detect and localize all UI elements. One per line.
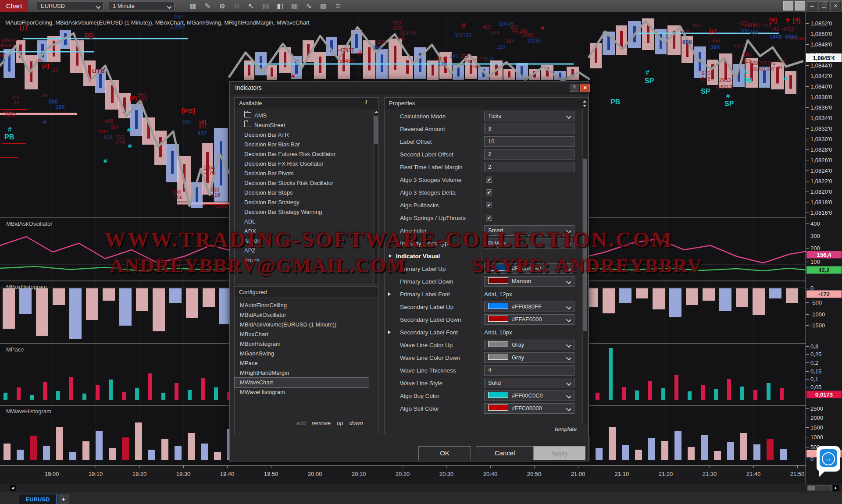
property-font-value[interactable]: Arial, 10px	[484, 329, 512, 336]
pointer-icon[interactable]: ↖	[244, 0, 258, 12]
scroll-up-icon[interactable]	[375, 111, 378, 113]
teamviewer-icon[interactable]: ↔	[820, 449, 837, 467]
panel-icon[interactable]: ◧	[273, 0, 287, 12]
draw-tool-icon[interactable]: ✎	[200, 0, 215, 12]
zoom-in-icon[interactable]: ⊕	[215, 0, 229, 12]
configured-item[interactable]: MPace	[235, 358, 369, 368]
interval-select[interactable]: 1 Minute	[109, 1, 175, 10]
property-input[interactable]: 4	[484, 365, 574, 376]
up-action[interactable]: up	[337, 420, 343, 426]
configured-item[interactable]: MRightHandMargin	[235, 368, 369, 378]
time-axis[interactable]: 19:0019:1019:2019:3019:4019:5020:0020:10…	[0, 465, 806, 484]
property-label: Reversal Amount	[400, 126, 445, 132]
property-dropdown[interactable]: #FFC00000	[484, 403, 574, 414]
property-checkbox[interactable]: ✔	[486, 215, 492, 221]
available-item[interactable]: NeuroStreet	[235, 121, 366, 130]
configured-item[interactable]: MAutoFloorCeiling	[235, 301, 369, 310]
property-dropdown[interactable]: Maroon	[484, 276, 574, 287]
configured-item[interactable]: MWaveHistogram	[235, 387, 369, 397]
font-expander-icon[interactable]	[388, 292, 391, 296]
restore-button[interactable]	[819, 1, 829, 11]
scroll-left-button[interactable]: ◀	[10, 485, 16, 491]
property-dropdown[interactable]: #FF0080FF	[484, 302, 574, 312]
add-action[interactable]: add	[296, 420, 306, 426]
spinner-up-icon[interactable]	[583, 100, 586, 103]
available-item[interactable]: Decision Bar Futures Risk Oscillator	[235, 149, 366, 159]
available-item[interactable]: Decision Bar FX Risk Oscillator	[235, 159, 366, 169]
info-icon[interactable]: i	[365, 99, 367, 106]
remote-control-bubble[interactable]: ↔	[817, 446, 840, 472]
window-extra-button-1[interactable]	[783, 1, 793, 11]
available-item[interactable]: Decision Bar Pivots	[235, 169, 366, 178]
property-dropdown[interactable]: BidAsk	[484, 238, 574, 248]
available-item[interactable]: Decision Bar Bias Bar	[235, 140, 366, 149]
configured-item[interactable]: MBoxHistogram	[235, 339, 369, 349]
scrollbar-thumb[interactable]	[583, 159, 587, 331]
cancel-button[interactable]: Cancel	[476, 446, 534, 460]
available-item[interactable]: APZ	[235, 246, 366, 256]
property-dropdown[interactable]: #FFAE0000	[484, 314, 574, 325]
window-extra-button-2[interactable]	[795, 1, 805, 11]
list-icon[interactable]: ≡	[331, 0, 345, 12]
instrument-select[interactable]: EURUSD	[37, 1, 103, 10]
available-scrollbar[interactable]	[373, 110, 378, 284]
chart-style-icon[interactable]: ▥	[186, 0, 200, 12]
data-box-icon[interactable]: ▤	[258, 0, 273, 12]
property-checkbox[interactable]: ✔	[486, 202, 492, 208]
help-button[interactable]: ?	[570, 84, 578, 92]
available-item[interactable]: Decision Bar Stocks Risk Oscillator	[235, 178, 366, 188]
group-expander-icon[interactable]	[389, 254, 392, 258]
property-dropdown[interactable]: Gray	[484, 340, 574, 350]
minimize-button[interactable]	[807, 1, 817, 11]
available-item[interactable]: ADX	[235, 227, 366, 236]
tab-eurusd[interactable]: EURUSD	[19, 494, 57, 504]
available-item[interactable]: ADL	[235, 217, 366, 227]
zoom-out-icon[interactable]: ⊖	[229, 0, 244, 12]
remove-action[interactable]: remove	[312, 420, 331, 426]
available-item[interactable]: AMS	[235, 111, 366, 121]
template-link[interactable]: template	[555, 426, 577, 432]
configured-item[interactable]: MGannSwing	[235, 349, 369, 358]
property-dropdown[interactable]: #FF004080	[484, 263, 574, 274]
configured-item[interactable]: MWaveChart	[235, 378, 369, 387]
apply-button[interactable]: Apply	[534, 446, 585, 460]
property-dropdown[interactable]: Ticks	[484, 111, 574, 121]
down-action[interactable]: down	[350, 420, 363, 426]
ok-button[interactable]: OK	[418, 446, 471, 460]
property-checkbox[interactable]: ✔	[486, 189, 492, 195]
property-label: Primary Label Down	[400, 278, 453, 285]
scrollbar-thumb[interactable]	[374, 116, 378, 144]
property-dropdown[interactable]: Solid	[484, 378, 574, 388]
horizontal-scrollbar[interactable]	[807, 485, 832, 491]
property-input[interactable]: 2	[484, 162, 574, 172]
configured-item[interactable]: MBidAskOscillator	[235, 310, 369, 320]
scrollbar-thumb[interactable]	[808, 486, 815, 490]
add-tab-button[interactable]: +	[58, 494, 69, 504]
property-checkbox[interactable]: ✔	[486, 177, 492, 183]
dialog-close-button[interactable]: ✕	[580, 84, 590, 92]
available-item[interactable]: Aroon	[235, 256, 366, 265]
available-item[interactable]: Decision Bar Stops	[235, 188, 366, 198]
property-input[interactable]: 3	[484, 124, 574, 134]
available-item[interactable]: Decision Bar Strategy	[235, 198, 366, 207]
price-axis[interactable]: 1,0852'01,0850'01,0848'01,0846'01,0844'0…	[806, 12, 842, 484]
property-input[interactable]: 2	[484, 149, 574, 160]
font-expander-icon[interactable]	[388, 330, 391, 334]
spinner-down-icon[interactable]	[583, 105, 586, 107]
available-item[interactable]: Decision Bar Strategy Warning	[235, 207, 366, 217]
property-dropdown[interactable]: Gray	[484, 352, 574, 363]
property-dropdown[interactable]: #FF00C0C0	[484, 390, 574, 401]
property-font-value[interactable]: Arial, 12px	[484, 291, 512, 298]
property-input[interactable]: 10	[484, 136, 574, 147]
configured-item[interactable]: MBidAskVolume(EURUSD (1 Minute))	[235, 320, 369, 330]
close-window-button[interactable]: ✕	[831, 1, 841, 11]
configured-item[interactable]: MBoxChart	[235, 330, 369, 339]
zigzag-icon[interactable]: ∿	[302, 0, 316, 12]
available-item[interactable]: ADXR	[235, 236, 366, 246]
properties-scrollbar[interactable]	[582, 110, 588, 424]
volume-icon[interactable]: ▦	[287, 0, 302, 12]
available-item[interactable]: Decision Bar ATR	[235, 130, 366, 140]
property-dropdown[interactable]: Smart	[484, 225, 574, 236]
scroll-right-button[interactable]: ►	[833, 485, 839, 491]
script-icon[interactable]: ▧	[316, 0, 331, 12]
